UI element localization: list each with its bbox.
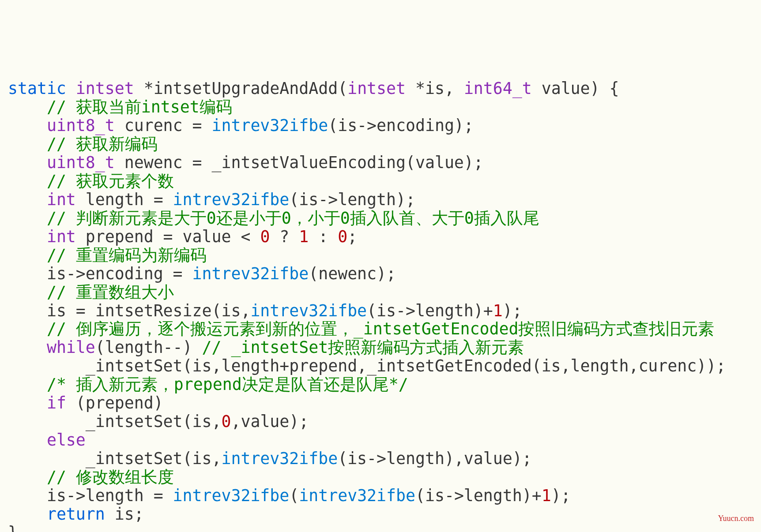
token-txt: (prepend): [66, 393, 163, 412]
token-fn: intrev32ifbe: [211, 116, 328, 135]
token-num: 0: [338, 227, 347, 246]
token-com: /* 插入新元素，prepend决定是队首还是队尾*/: [47, 375, 408, 394]
token-txt: :: [309, 227, 338, 246]
token-txt: (is->encoding);: [328, 116, 474, 135]
token-type: uint8_t: [47, 153, 115, 172]
token-txt: *intsetUpgradeAndAdd(: [134, 79, 347, 98]
token-kw: static: [8, 79, 66, 98]
token-txt: _intsetSet(is,length+prepend,_intsetGetE…: [86, 356, 726, 375]
code-line: // 获取元素个数: [8, 172, 753, 191]
token-txt: (is->length);: [289, 190, 415, 209]
token-txt: newenc = _intsetValueEncoding(value);: [115, 153, 483, 172]
code-line: int length = intrev32ifbe(is->length);: [8, 191, 753, 209]
code-line: _intsetSet(is,0,value);: [8, 412, 753, 431]
code-line: is->encoding = intrev32ifbe(newenc);: [8, 265, 753, 283]
token-num: 0: [260, 227, 270, 246]
code-block: static intset *intsetUpgradeAndAdd(intse…: [8, 79, 753, 532]
token-txt: (is->length)+: [367, 301, 493, 320]
code-line: }: [8, 524, 753, 532]
token-type: uint8_t: [47, 116, 115, 135]
token-type: int: [47, 190, 76, 209]
token-kw: return: [47, 505, 105, 524]
token-txt: _intsetSet(is,: [86, 412, 222, 431]
token-com: // 获取元素个数: [47, 172, 174, 191]
token-com: // 修改数组长度: [47, 468, 174, 487]
token-txt: is->length =: [47, 486, 173, 505]
code-line: // 重置编码为新编码: [8, 246, 753, 265]
token-num: 1: [542, 486, 551, 505]
token-txt: is->encoding =: [47, 264, 192, 283]
token-fn: intrev32ifbe: [250, 301, 367, 320]
token-txt: length =: [76, 190, 173, 209]
code-line: _intsetSet(is,intrev32ifbe(is->length),v…: [8, 450, 753, 468]
token-com: // 重置编码为新编码: [47, 246, 207, 265]
token-type: else: [47, 431, 86, 450]
token-txt: is;: [105, 505, 144, 524]
code-line: // 获取新编码: [8, 135, 753, 154]
token-com: // _intsetSet按照新编码方式插入新元素: [202, 338, 524, 357]
code-line: else: [8, 431, 753, 450]
code-line: return is;: [8, 505, 753, 524]
code-line: /* 插入新元素，prepend决定是队首还是队尾*/: [8, 375, 753, 394]
token-fn: intrev32ifbe: [221, 449, 338, 468]
code-line: _intsetSet(is,length+prepend,_intsetGetE…: [8, 357, 753, 375]
code-line: uint8_t newenc = _intsetValueEncoding(va…: [8, 154, 753, 172]
token-txt: _intsetSet(is,: [86, 449, 222, 468]
token-txt: (is->length),value);: [338, 449, 532, 468]
code-line: is = intsetResize(is,intrev32ifbe(is->le…: [8, 302, 753, 320]
token-num: 0: [221, 412, 231, 431]
watermark: Yuucn.com: [718, 514, 754, 523]
code-line: uint8_t curenc = intrev32ifbe(is->encodi…: [8, 116, 753, 135]
code-line: // 倒序遍历，逐个搬运元素到新的位置，_intsetGetEncoded按照旧…: [8, 320, 753, 338]
token-txt: );: [503, 301, 522, 320]
token-type: while: [47, 338, 95, 357]
token-type: if: [47, 393, 66, 412]
code-line: int prepend = value < 0 ? 1 : 0;: [8, 228, 753, 246]
token-txt: *is,: [406, 79, 464, 98]
code-line: while(length--) // _intsetSet按照新编码方式插入新元…: [8, 338, 753, 357]
token-com: // 获取新编码: [47, 135, 158, 154]
token-txt: );: [551, 486, 571, 505]
token-txt: ?: [270, 227, 299, 246]
token-txt: is = intsetResize(is,: [47, 301, 250, 320]
token-txt: ,value);: [231, 412, 309, 431]
token-txt: prepend = value <: [76, 227, 260, 246]
token-txt: value) {: [532, 79, 619, 98]
token-txt: (is->length)+: [415, 486, 542, 505]
token-txt: }: [8, 523, 18, 532]
code-line: static intset *intsetUpgradeAndAdd(intse…: [8, 79, 753, 98]
token-txt: (: [289, 486, 299, 505]
token-com: // 判断新元素是大于0还是小于0，小于0插入队首、大于0插入队尾: [47, 209, 539, 228]
token-fn: intrev32ifbe: [173, 190, 290, 209]
token-txt: (length--): [95, 338, 202, 357]
code-line: // 获取当前intset编码: [8, 98, 753, 116]
token-fn: intrev32ifbe: [192, 264, 309, 283]
code-line: // 判断新元素是大于0还是小于0，小于0插入队首、大于0插入队尾: [8, 209, 753, 228]
token-num: 1: [493, 301, 503, 320]
token-type: int64_t: [464, 79, 532, 98]
token-com: // 重置数组大小: [47, 283, 174, 302]
token-type: int: [47, 227, 76, 246]
code-line: // 修改数组长度: [8, 468, 753, 487]
token-txt: ;: [347, 227, 357, 246]
token-fn: intrev32ifbe: [173, 486, 290, 505]
token-txt: [66, 79, 76, 98]
token-txt: curenc =: [115, 116, 212, 135]
token-num: 1: [299, 227, 309, 246]
token-fn: intrev32ifbe: [299, 486, 415, 505]
token-txt: (newenc);: [309, 264, 396, 283]
token-com: // 获取当前intset编码: [47, 97, 232, 116]
token-com: // 倒序遍历，逐个搬运元素到新的位置，_intsetGetEncoded按照旧…: [47, 319, 715, 338]
token-type: intset: [76, 79, 134, 98]
code-line: // 重置数组大小: [8, 283, 753, 302]
token-type: intset: [347, 79, 406, 98]
code-line: is->length = intrev32ifbe(intrev32ifbe(i…: [8, 487, 753, 505]
code-line: if (prepend): [8, 394, 753, 412]
